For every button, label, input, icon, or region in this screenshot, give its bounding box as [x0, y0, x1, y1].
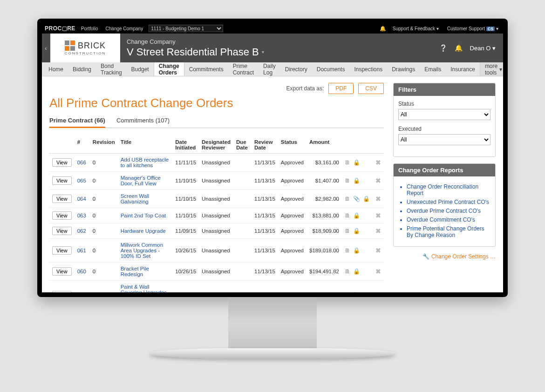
co-number-link[interactable]: 061	[77, 248, 86, 253]
co-title-link[interactable]: Screen Wall Galvanizing	[121, 193, 150, 204]
view-button[interactable]: View	[52, 227, 72, 235]
co-number-link[interactable]: 066	[77, 160, 86, 165]
th-status[interactable]: Status	[278, 136, 307, 154]
cell-amount: $189,018.00	[307, 239, 342, 263]
view-button[interactable]: View	[52, 291, 72, 292]
lock-icon: 🔒	[353, 212, 360, 219]
nav-tab-emails[interactable]: Emails	[420, 62, 446, 76]
report-link[interactable]: Overdue Prime Contract CO's	[407, 208, 490, 214]
cell-due-date	[233, 239, 252, 263]
help-icon[interactable]: ❔	[439, 44, 447, 52]
co-title-link[interactable]: Manager's Office Door, Full View	[121, 175, 161, 186]
more-tools-menu[interactable]: more tools ▾	[480, 62, 503, 76]
pdf-icon[interactable]: 🗎	[345, 247, 350, 254]
delete-icon[interactable]: ✖	[375, 177, 381, 184]
filter-executed-select[interactable]: All	[398, 134, 490, 145]
nav-tab-documents[interactable]: Documents	[312, 62, 350, 76]
nav-tab-prime-contract[interactable]: Prime Contract	[228, 62, 259, 76]
report-link[interactable]: Unexecuted Prime Contract CO's	[407, 199, 490, 205]
pdf-icon[interactable]: 🗎	[345, 177, 350, 184]
company-sub: CONSTRUCTION	[65, 51, 106, 55]
report-link[interactable]: Prime Potential Change Orders By Change …	[407, 225, 490, 238]
cell-date-initiated: 11/10/15	[172, 208, 199, 223]
delete-icon[interactable]: ✖	[375, 247, 381, 254]
view-button[interactable]: View	[52, 211, 72, 220]
view-button[interactable]: View	[52, 246, 72, 255]
th-revision[interactable]: Revision	[90, 136, 118, 154]
nav-tab-drawings[interactable]: Drawings	[387, 62, 420, 76]
notifications-icon[interactable]: 🔔	[455, 44, 463, 52]
view-button[interactable]: View	[52, 158, 72, 167]
cell-status: Approved	[278, 172, 307, 190]
portfolio-link[interactable]: Portfolio	[79, 26, 100, 31]
co-title-link[interactable]: Add USB receptacle to all kitchens	[121, 157, 169, 168]
pdf-icon[interactable]: 🗎	[345, 196, 350, 202]
notifications-icon-top[interactable]: 🔔	[380, 26, 386, 32]
co-number-link[interactable]: 063	[77, 213, 86, 218]
co-title-link[interactable]: Paint 2nd Top Coat	[121, 213, 166, 218]
nav-tab-commitments[interactable]: Commitments	[184, 62, 228, 76]
change-order-settings-link[interactable]: 🔧 Change Order Settings …	[393, 253, 496, 260]
filter-status-select[interactable]: All	[398, 109, 490, 120]
view-button[interactable]: View	[52, 267, 72, 276]
change-company-header-link[interactable]: Change Company	[127, 38, 439, 45]
th-designated-reviewer[interactable]: Designated Reviewer	[199, 136, 233, 154]
project-header: ‹ BRICK CONSTRUCTION Change Company V St…	[42, 34, 503, 62]
th-title[interactable]: Title	[118, 136, 173, 154]
th-review-date[interactable]: Review Date	[252, 136, 278, 154]
delete-icon[interactable]: ✖	[375, 268, 381, 275]
support-feedback-link[interactable]: Support & Feedback ▾	[391, 26, 441, 31]
co-title-link[interactable]: Millwork Common Area Upgrades - 100% ID …	[121, 242, 163, 259]
back-chevron-icon[interactable]: ‹	[42, 34, 50, 62]
user-menu[interactable]: Dean O ▾	[470, 45, 496, 52]
th-date-initiated[interactable]: Date Initiated	[172, 136, 199, 154]
co-number-link[interactable]: 060	[77, 269, 86, 274]
report-link[interactable]: Overdue Commitment CO's	[407, 216, 490, 223]
export-pdf-button[interactable]: PDF	[328, 83, 354, 94]
nav-tab-directory[interactable]: Directory	[280, 62, 312, 76]
delete-icon[interactable]: ✖	[375, 291, 381, 292]
customer-support-link[interactable]: Customer Support CS ▾	[445, 26, 500, 31]
tab-commitments[interactable]: Commitments (107)	[116, 117, 170, 128]
filters-title: Filters	[394, 83, 495, 96]
co-title-link[interactable]: Bracket Pile Redesign	[121, 266, 149, 277]
project-select[interactable]: 1111 - Budgeting Demo 1	[149, 25, 223, 32]
export-csv-button[interactable]: CSV	[358, 83, 384, 94]
co-number-link[interactable]: 064	[77, 196, 86, 202]
nav-tab-inspections[interactable]: Inspections	[349, 62, 387, 76]
pdf-icon[interactable]: 🗎	[345, 212, 350, 219]
delete-icon[interactable]: ✖	[375, 227, 381, 235]
co-number-link[interactable]: 065	[77, 178, 86, 183]
report-link[interactable]: Change Order Reconciliation Report	[407, 183, 490, 196]
th-due-date[interactable]: Due Date	[233, 136, 252, 154]
th-num[interactable]: #	[75, 136, 90, 154]
view-button[interactable]: View	[52, 195, 72, 203]
project-name-dropdown[interactable]: V Street Residential Phase B▾	[127, 46, 439, 58]
nav-tab-daily-log[interactable]: Daily Log	[259, 62, 280, 76]
pdf-icon[interactable]: 🗎	[345, 228, 350, 234]
nav-tab-budget[interactable]: Budget	[127, 62, 154, 76]
nav-tab-change-orders[interactable]: Change Orders	[154, 62, 184, 76]
change-company-link-top[interactable]: Change Company	[104, 26, 145, 31]
th-amount[interactable]: Amount	[307, 136, 342, 154]
chevron-down-icon: ▾	[499, 66, 502, 73]
co-number-link[interactable]: 062	[77, 228, 86, 234]
tab-prime-contract[interactable]: Prime Contract (66)	[49, 117, 105, 128]
cell-status: Approved	[278, 154, 307, 172]
delete-icon[interactable]: ✖	[375, 212, 381, 219]
cell-due-date	[233, 154, 252, 172]
pdf-icon[interactable]: 🗎	[345, 159, 350, 166]
nav-tab-bidding[interactable]: Bidding	[68, 62, 96, 76]
nav-tab-insurance[interactable]: Insurance	[446, 62, 480, 76]
nav-tab-bond-tracking[interactable]: Bond Tracking	[96, 62, 127, 76]
attachment-icon[interactable]: 📎	[353, 196, 360, 202]
nav-tab-home[interactable]: Home	[44, 62, 68, 76]
attachment-icon[interactable]: 📎	[353, 292, 360, 292]
delete-icon[interactable]: ✖	[375, 159, 381, 166]
view-button[interactable]: View	[52, 176, 72, 185]
co-title-link[interactable]: Paint & Wall Covering Upgrades - ID Upda…	[121, 284, 167, 292]
pdf-icon[interactable]: 🗎	[345, 292, 350, 292]
co-title-link[interactable]: Hardware Upgrade	[121, 228, 166, 234]
pdf-icon[interactable]: 🗎	[345, 268, 350, 275]
delete-icon[interactable]: ✖	[375, 195, 381, 203]
